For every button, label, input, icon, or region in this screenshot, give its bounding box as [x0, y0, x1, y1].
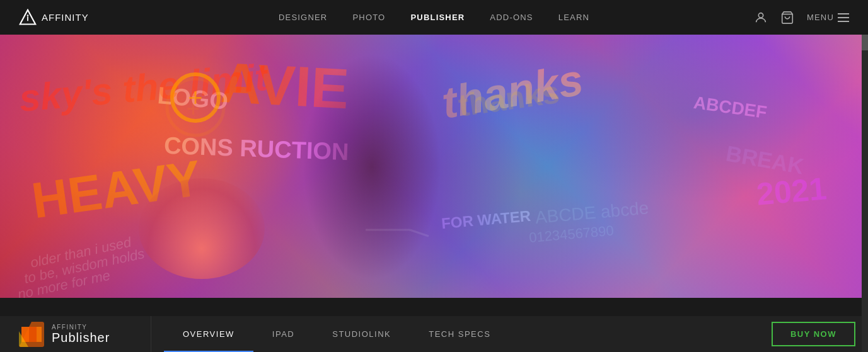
nav-link-photo[interactable]: PHOTO: [352, 13, 385, 22]
graffiti-svg: thanks older than i used to be, wisdom h…: [0, 35, 868, 298]
hero-banner: sky's the limit HEAVY LOGO CONS RUCTION …: [0, 35, 868, 298]
affinity-logo-icon: [19, 9, 37, 26]
hamburger-icon: [838, 13, 849, 22]
menu-button[interactable]: MENU: [807, 13, 849, 22]
cart-icon[interactable]: [780, 11, 794, 25]
svg-text:thanks: thanks: [456, 74, 562, 123]
nav-right-icons: MENU: [754, 11, 849, 25]
product-tabs: OVERVIEW IPAD STUDIOLINK TECH SPECS: [151, 316, 772, 352]
top-navigation: AFFINITY DESIGNER PHOTO PUBLISHER ADD-ON…: [0, 0, 868, 35]
tab-ipad[interactable]: IPAD: [253, 316, 313, 352]
nav-link-publisher[interactable]: PUBLISHER: [410, 13, 465, 22]
buy-now-button[interactable]: BUY NOW: [772, 322, 855, 346]
user-icon[interactable]: [754, 11, 768, 25]
product-tab-bar: AFFINITY Publisher OVERVIEW IPAD STUDIOL…: [0, 316, 868, 352]
product-brand: AFFINITY Publisher: [0, 316, 151, 352]
nav-link-addons[interactable]: ADD-ONS: [490, 13, 533, 22]
menu-label: MENU: [807, 13, 834, 22]
nav-link-designer[interactable]: DESIGNER: [279, 13, 328, 22]
tab-tech-specs[interactable]: TECH SPECS: [410, 316, 509, 352]
svg-line-18: [410, 230, 429, 236]
nav-link-learn[interactable]: LEARN: [558, 13, 589, 22]
brand-title: Publisher: [52, 331, 110, 345]
tab-studiolink[interactable]: STUDIOLINK: [313, 316, 410, 352]
brand-text-block: AFFINITY Publisher: [52, 324, 110, 345]
scrollbar-track[interactable]: [862, 0, 868, 352]
svg-text:+: +: [187, 96, 200, 122]
tab-overview[interactable]: OVERVIEW: [164, 316, 253, 352]
affinity-logo[interactable]: AFFINITY: [19, 9, 89, 26]
brand-subtitle: AFFINITY: [52, 324, 110, 331]
svg-point-2: [27, 14, 29, 16]
svg-point-3: [758, 13, 763, 17]
affinity-logo-text: AFFINITY: [42, 12, 89, 23]
svg-text:BREAK: BREAK: [724, 140, 806, 178]
svg-text:ABCDE abcde: ABCDE abcde: [535, 198, 650, 227]
publisher-brand-icon: [19, 322, 44, 347]
hero-background: sky's the limit HEAVY LOGO CONS RUCTION …: [0, 35, 868, 298]
nav-links: DESIGNER PHOTO PUBLISHER ADD-ONS LEARN: [279, 13, 589, 22]
